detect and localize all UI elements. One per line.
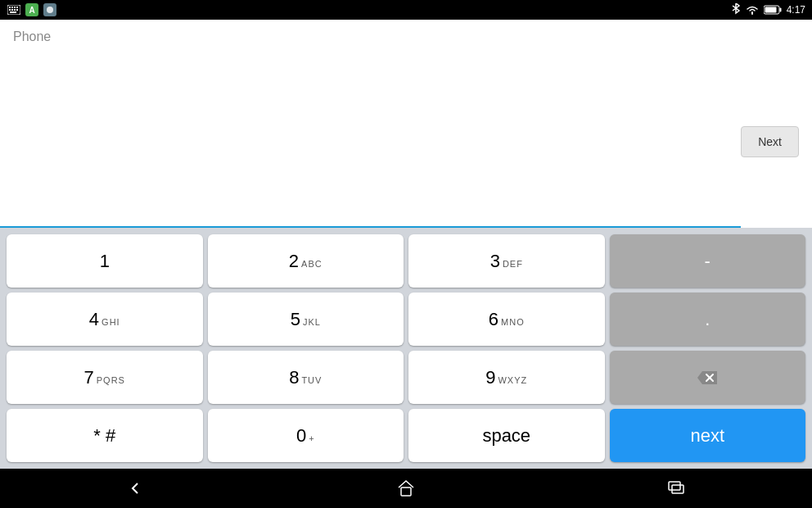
wifi-icon [746,5,759,15]
key-row-0: 12 ABC3 DEF- [7,234,805,288]
key-.[interactable]: . [610,293,806,346]
key-4[interactable]: 4 GHI [7,293,203,346]
key-⌫[interactable] [610,351,806,404]
status-left-icons: A [7,2,57,17]
next-button[interactable]: Next [741,126,799,157]
svg-rect-20 [669,482,680,490]
key-8[interactable]: 8 TUV [208,351,404,404]
svg-rect-3 [14,7,16,8]
status-right-icons: 4:17 [731,3,805,16]
key-*-#[interactable]: * # [7,409,203,462]
key--[interactable]: - [610,234,806,288]
svg-rect-5 [9,9,11,11]
phone-input-display[interactable] [13,48,799,226]
key-3[interactable]: 3 DEF [408,234,605,288]
key-space[interactable]: space [408,409,605,462]
key-1[interactable]: 1 [7,234,203,288]
svg-rect-6 [11,9,13,11]
key-6[interactable]: 6 MNO [408,293,605,346]
keyboard-area: 12 ABC3 DEF-4 GHI5 JKL6 MNO.7 PQRS8 TUV9… [0,228,812,469]
svg-point-13 [47,7,53,13]
key-5[interactable]: 5 JKL [208,293,404,346]
battery-icon [764,5,782,15]
main-area: Phone Next 12 ABC3 DEF-4 GHI5 JKL6 MNO.7… [0,20,812,469]
svg-rect-7 [14,9,16,11]
key-row-1: 4 GHI5 JKL6 MNO. [7,293,805,346]
key-next[interactable]: next [610,409,806,462]
svg-rect-21 [672,485,683,493]
svg-text:A: A [29,6,34,15]
svg-rect-19 [401,488,411,496]
status-time: 4:17 [787,4,805,16]
input-area: Phone Next [0,20,812,226]
key-7[interactable]: 7 PQRS [7,351,203,404]
svg-rect-9 [10,11,16,13]
nav-bar [0,469,812,508]
svg-rect-2 [11,7,13,8]
svg-rect-8 [16,9,18,11]
key-2[interactable]: 2 ABC [208,234,404,288]
svg-rect-1 [9,7,11,8]
back-button[interactable] [111,474,160,503]
svg-rect-16 [765,7,776,13]
recents-button[interactable] [652,474,701,503]
key-row-3: * #0 +spacenext [7,409,805,462]
key-row-2: 7 PQRS8 TUV9 WXYZ [7,351,805,404]
app-icon-2 [43,2,57,17]
home-button[interactable] [381,474,431,503]
status-bar: A 4:17 [0,0,812,20]
keyboard-icon [7,2,21,17]
phone-label: Phone [13,29,799,44]
svg-rect-4 [16,7,18,8]
app-icon-1: A [25,2,39,17]
key-0[interactable]: 0 + [208,409,404,462]
key-9[interactable]: 9 WXYZ [408,351,605,404]
svg-rect-15 [779,8,781,12]
bluetooth-icon [731,3,741,16]
